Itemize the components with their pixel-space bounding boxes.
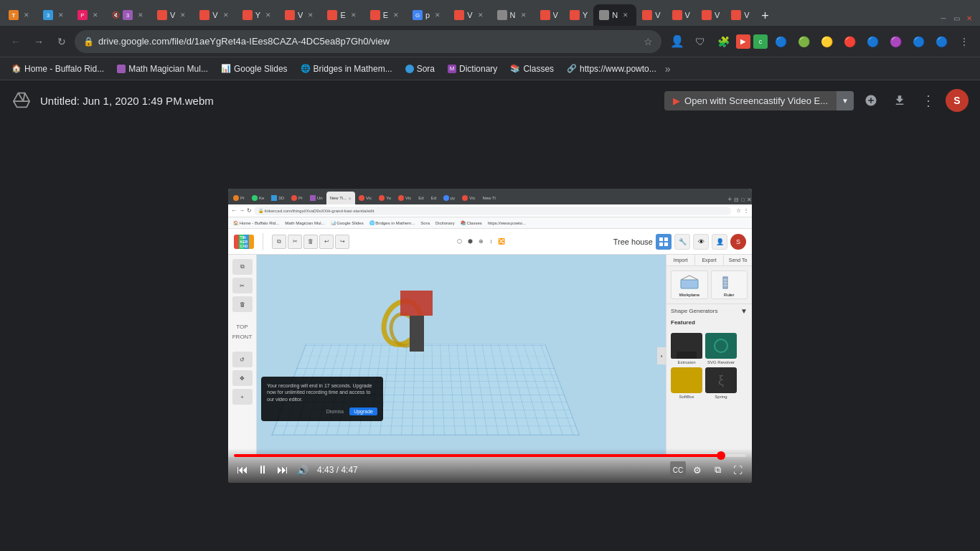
shape-spring[interactable]: ξ Spring xyxy=(705,367,737,399)
tab-close-t12[interactable]: ✕ xyxy=(476,10,486,20)
tab-close-t7[interactable]: ✕ xyxy=(263,10,273,20)
tab-new1[interactable]: New ✕ xyxy=(491,4,534,26)
classroom-icon[interactable]: c xyxy=(753,34,768,49)
tab-t18[interactable]: V xyxy=(666,4,696,26)
tab-close-new2[interactable]: ✕ xyxy=(621,10,631,20)
tinkercad-avatar[interactable]: S xyxy=(730,234,746,250)
minimize-button[interactable]: ─ xyxy=(938,13,948,23)
export-button[interactable]: Export xyxy=(695,255,724,265)
maximize-button[interactable]: ▭ xyxy=(951,13,961,23)
video-progress-bar[interactable] xyxy=(234,454,746,457)
tab-close-t5[interactable]: ✕ xyxy=(178,10,188,20)
refresh-button[interactable]: ↻ xyxy=(52,32,72,52)
dismiss-button[interactable]: Dismiss xyxy=(324,408,347,415)
account-icon[interactable]: 👤 xyxy=(667,32,687,52)
open-with-dropdown-arrow[interactable]: ▼ xyxy=(837,91,854,110)
upgrade-button[interactable]: Upgrade xyxy=(349,408,377,415)
ext3-icon[interactable]: 🟡 xyxy=(816,32,837,52)
skip-back-button[interactable]: ⏮ xyxy=(234,461,251,479)
download-icon[interactable] xyxy=(888,89,911,112)
tab-close-new1[interactable]: ✕ xyxy=(519,10,529,20)
user-avatar[interactable]: S xyxy=(946,89,969,112)
grid-view-icon[interactable] xyxy=(656,234,672,250)
volume-button[interactable]: 🔊 xyxy=(294,461,311,479)
bookmark-powto[interactable]: 🔗 https://www.powto... xyxy=(561,62,662,76)
bookmark-math[interactable]: Math Magician Mul... xyxy=(111,62,214,76)
cut-tool-btn[interactable]: ✂ xyxy=(232,278,253,293)
ext6-icon[interactable]: 🟣 xyxy=(885,32,905,52)
forward-button[interactable]: → xyxy=(29,32,49,52)
tab-close-t2[interactable]: ✕ xyxy=(56,10,66,20)
delete-tool-btn[interactable]: 🗑 xyxy=(232,296,253,312)
redo-icon[interactable]: ↪ xyxy=(335,235,349,249)
tab-t17[interactable]: V xyxy=(636,4,666,26)
tab-t12[interactable]: V ✕ xyxy=(448,4,491,26)
bookmarks-more-button[interactable]: » xyxy=(665,63,671,75)
ext1-icon[interactable]: 🔵 xyxy=(771,32,791,52)
inspector-icon[interactable]: 👁 xyxy=(693,234,709,250)
ruler-button[interactable]: Ruler xyxy=(711,270,748,299)
tab-new2-active[interactable]: New ✕ xyxy=(593,4,636,26)
open-with-button[interactable]: ▶ Open with Screencastify Video E... ▼ xyxy=(664,91,854,110)
bookmark-sora[interactable]: Sora xyxy=(400,62,440,76)
tab-t1[interactable]: T ✕ xyxy=(3,4,37,26)
drive-add-icon[interactable] xyxy=(859,89,882,112)
more-options-icon[interactable]: ⋮ xyxy=(917,89,940,112)
ext5-icon[interactable]: 🔵 xyxy=(862,32,882,52)
fullscreen-button[interactable]: ⛶ xyxy=(729,461,746,479)
tab-t8[interactable]: V ✕ xyxy=(279,4,321,26)
play-pause-button[interactable]: ⏸ xyxy=(254,461,271,479)
settings-button[interactable]: ⚙ xyxy=(689,461,706,479)
shape-extrusion[interactable]: Extrusion xyxy=(671,333,702,364)
expand-panel-button[interactable]: › xyxy=(657,347,666,364)
cut-icon[interactable]: ✂ xyxy=(288,235,302,249)
back-button[interactable]: ← xyxy=(6,32,26,52)
ext4-icon[interactable]: 🔴 xyxy=(839,32,859,52)
user-profile-icon[interactable]: 👤 xyxy=(712,234,727,250)
tab-t5[interactable]: V ✕ xyxy=(151,4,194,26)
copy-icon[interactable]: ⧉ xyxy=(272,235,286,249)
send-to-button[interactable]: Send To xyxy=(724,255,752,265)
tab-close-t9[interactable]: ✕ xyxy=(349,10,359,20)
tab-close-t10[interactable]: ✕ xyxy=(391,10,401,20)
ext2-icon[interactable]: 🟢 xyxy=(793,32,814,52)
video-player[interactable]: Pr Ke 3D Pr xyxy=(228,189,752,483)
tab-close-t8[interactable]: ✕ xyxy=(306,10,316,20)
shape-svg-revolver[interactable]: SVG Revolver xyxy=(705,333,737,364)
tab-t19[interactable]: V xyxy=(696,4,725,26)
copy-tool-btn[interactable]: ⧉ xyxy=(232,259,253,275)
captions-button[interactable]: CC xyxy=(670,461,686,479)
mini-player-button[interactable]: ⧉ xyxy=(709,461,726,479)
new-tab-button[interactable]: + xyxy=(755,6,776,26)
tab-t15[interactable]: Y xyxy=(564,4,593,26)
tab-t3[interactable]: P ✕ xyxy=(72,4,106,26)
tab-t10[interactable]: E ✕ xyxy=(364,4,407,26)
bookmark-dictionary[interactable]: M Dictionary xyxy=(442,62,503,76)
bookmark-star-icon[interactable]: ☆ xyxy=(644,36,653,47)
tab-t7[interactable]: Y ✕ xyxy=(237,4,279,26)
skip-forward-button[interactable]: ⏭ xyxy=(274,461,291,479)
zoom-in-tool-btn[interactable]: + xyxy=(232,389,253,405)
tab-close-t11[interactable]: ✕ xyxy=(433,10,443,20)
ext7-icon[interactable]: 🔵 xyxy=(908,32,928,52)
pan-tool-btn[interactable]: ✥ xyxy=(232,370,253,386)
tools-icon[interactable]: 🔧 xyxy=(674,234,690,250)
import-button[interactable]: Import xyxy=(666,255,695,265)
shield-icon[interactable]: 🛡 xyxy=(690,32,710,52)
bookmark-slides[interactable]: 📊 Google Slides xyxy=(215,62,293,76)
tinkercad-canvas[interactable]: Your recording will end in 17 seconds. U… xyxy=(257,255,666,457)
bookmark-classes[interactable]: 📚 Classes xyxy=(504,62,560,76)
screencastify-icon[interactable]: ▶ xyxy=(736,34,750,49)
orbit-tool-btn[interactable]: ↺ xyxy=(232,352,253,367)
menu-button[interactable]: ⋮ xyxy=(954,32,974,52)
tab-t14[interactable]: V xyxy=(534,4,564,26)
tab-close-t1[interactable]: ✕ xyxy=(22,10,32,20)
tab-t11[interactable]: G p ✕ xyxy=(407,4,448,26)
delete-icon[interactable]: 🗑 xyxy=(303,235,318,249)
tab-t20[interactable]: V xyxy=(725,4,755,26)
close-button[interactable]: ✕ xyxy=(964,13,974,23)
address-bar[interactable]: 🔒 drive.google.com/file/d/1aeYgRet4a-IEe… xyxy=(75,30,661,53)
tab-t6[interactable]: V ✕ xyxy=(194,4,236,26)
tab-t2[interactable]: 3 ✕ xyxy=(37,4,72,26)
tab-close-t4[interactable]: ✕ xyxy=(136,10,146,20)
